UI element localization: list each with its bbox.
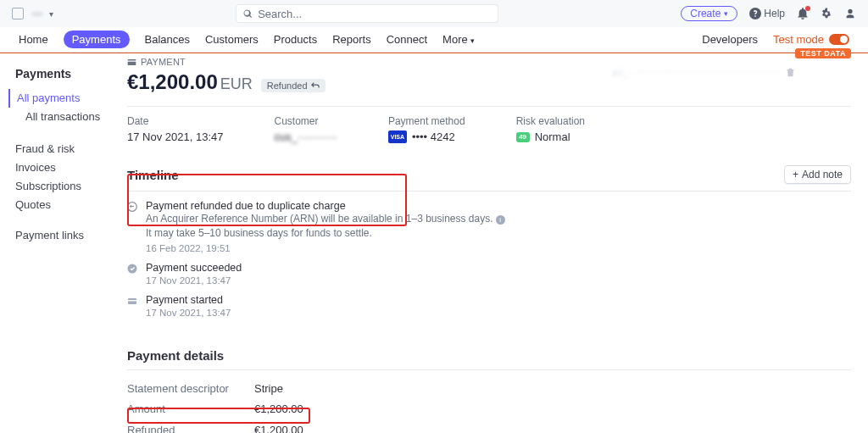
details-title: Payment details bbox=[127, 348, 224, 363]
visa-icon: VISA bbox=[388, 130, 407, 143]
summary-customer-label: Customer bbox=[274, 115, 337, 127]
person-icon bbox=[844, 8, 856, 19]
summary-method-label: Payment method bbox=[388, 115, 465, 127]
sidebar-item-all-transactions[interactable]: All transactions bbox=[17, 108, 117, 126]
settings-button[interactable] bbox=[821, 8, 832, 19]
create-button[interactable]: Create ▾ bbox=[681, 6, 737, 21]
nav-more[interactable]: More ▾ bbox=[442, 33, 475, 46]
search-icon bbox=[243, 9, 253, 19]
nav-reports[interactable]: Reports bbox=[332, 33, 371, 46]
summary-customer-value[interactable]: cus_············· bbox=[274, 130, 337, 143]
nav-payments[interactable]: Payments bbox=[64, 31, 130, 48]
summary-risk-label: Risk evaluation bbox=[516, 115, 585, 127]
chevron-down-icon[interactable]: ▾ bbox=[49, 9, 53, 19]
svg-rect-2 bbox=[128, 298, 136, 304]
refund-arrow-icon bbox=[311, 81, 320, 90]
nav-home[interactable]: Home bbox=[19, 33, 48, 46]
nav-developers[interactable]: Developers bbox=[702, 33, 758, 46]
nav-connect[interactable]: Connect bbox=[387, 33, 427, 46]
account-name[interactable]: — bbox=[32, 8, 42, 19]
gear-icon bbox=[821, 8, 832, 19]
timeline-item: Payment refunded due to duplicate charge… bbox=[127, 200, 851, 253]
timeline-item: Payment started 17 Nov 2021, 13:47 bbox=[127, 294, 851, 318]
svg-rect-3 bbox=[128, 300, 136, 301]
info-icon[interactable]: i bbox=[496, 215, 505, 225]
sidebar-item-quotes[interactable]: Quotes bbox=[15, 196, 117, 214]
plus-icon: + bbox=[793, 169, 798, 180]
summary-risk-value: 49 Normal bbox=[516, 130, 585, 143]
search-input[interactable]: Search... bbox=[236, 4, 498, 23]
account-icon bbox=[12, 8, 24, 19]
page-crumb: PAYMENT bbox=[141, 57, 186, 67]
card-small-icon bbox=[127, 296, 137, 306]
timeline-item-time: 17 Nov 2021, 13:47 bbox=[146, 308, 231, 318]
search-placeholder: Search... bbox=[258, 8, 302, 20]
sidebar-item-payment-links[interactable]: Payment links bbox=[15, 226, 117, 245]
refund-circle-icon bbox=[127, 202, 137, 212]
card-icon bbox=[127, 58, 136, 67]
nav-customers[interactable]: Customers bbox=[205, 33, 259, 46]
sidebar-item-invoices[interactable]: Invoices bbox=[15, 158, 117, 177]
detail-row-refunded: Refunded€1,200.00 bbox=[127, 420, 851, 433]
payment-id: pi_··························· bbox=[613, 67, 782, 78]
test-data-badge: TEST DATA bbox=[795, 48, 851, 58]
toggle-switch[interactable] bbox=[829, 34, 849, 45]
timeline-item: Payment succeeded 17 Nov 2021, 13:47 bbox=[127, 262, 851, 286]
timeline-item-time: 16 Feb 2022, 19:51 bbox=[146, 243, 505, 253]
summary-method-value: VISA •••• 4242 bbox=[388, 130, 465, 143]
help-icon bbox=[749, 8, 761, 19]
summary-date-label: Date bbox=[127, 115, 223, 127]
timeline-title: Timeline bbox=[127, 168, 179, 182]
payment-amount: €1,200.00EUR bbox=[127, 70, 253, 94]
timeline-item-title: Payment refunded due to duplicate charge bbox=[146, 200, 505, 212]
profile-button[interactable] bbox=[844, 8, 856, 19]
add-note-button[interactable]: + Add note bbox=[784, 165, 851, 184]
refunded-badge: Refunded bbox=[261, 79, 326, 92]
timeline-item-title: Payment succeeded bbox=[146, 262, 242, 274]
timeline-item-time: 17 Nov 2021, 13:47 bbox=[146, 275, 242, 286]
test-mode-toggle[interactable]: Test mode bbox=[773, 33, 849, 46]
notifications-button[interactable] bbox=[797, 8, 809, 19]
check-circle-icon bbox=[127, 264, 137, 274]
detail-row-amount: Amount€1,200.00 bbox=[127, 399, 851, 420]
help-button[interactable]: Help bbox=[749, 8, 785, 19]
svg-point-1 bbox=[128, 264, 137, 273]
chevron-down-icon: ▾ bbox=[470, 36, 475, 45]
timeline-item-title: Payment started bbox=[146, 294, 231, 306]
nav-products[interactable]: Products bbox=[274, 33, 317, 46]
detail-row-statement: Statement descriptorStripe bbox=[127, 379, 851, 400]
sidebar-item-fraud[interactable]: Fraud & risk bbox=[15, 140, 117, 158]
chevron-down-icon: ▾ bbox=[724, 9, 728, 18]
notification-dot bbox=[805, 6, 810, 11]
sidebar-item-subscriptions[interactable]: Subscriptions bbox=[15, 177, 117, 196]
nav-balances[interactable]: Balances bbox=[145, 33, 190, 46]
summary-date-value: 17 Nov 2021, 13:47 bbox=[127, 130, 223, 143]
sidebar-title: Payments bbox=[15, 67, 117, 80]
sidebar-item-all-payments[interactable]: All payments bbox=[8, 89, 117, 108]
risk-score-badge: 49 bbox=[516, 132, 530, 142]
test-mode-label: Test mode bbox=[773, 33, 824, 46]
help-label: Help bbox=[764, 8, 785, 19]
trash-icon[interactable] bbox=[786, 67, 795, 80]
create-label: Create bbox=[690, 8, 721, 19]
